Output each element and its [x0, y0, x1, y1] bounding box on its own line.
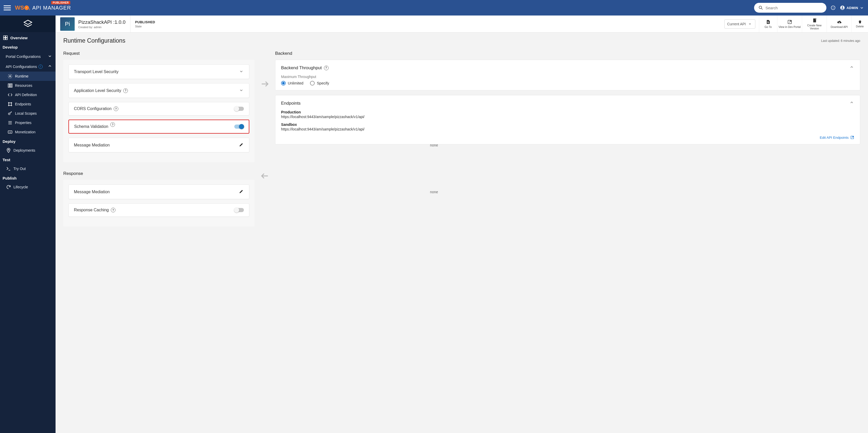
download-api-button[interactable]: Download API — [827, 16, 851, 32]
response-mediation-value: none — [430, 190, 438, 194]
sidebar-item-overview[interactable]: Overview — [0, 33, 56, 42]
list-icon — [7, 120, 13, 125]
svg-rect-10 — [4, 38, 5, 40]
edit-endpoints-link[interactable]: Edit API Endpoints — [281, 135, 854, 140]
edit-mediation-button[interactable] — [239, 142, 244, 148]
request-panel: Transport Level Security Application Lev… — [63, 60, 254, 162]
edit-response-mediation-button[interactable] — [239, 189, 244, 195]
local-scopes-label: Local Scopes — [15, 111, 37, 116]
backend-section-label: Backend — [275, 51, 860, 56]
user-menu[interactable]: ADMIN — [840, 5, 864, 10]
svg-rect-36 — [860, 21, 861, 21]
publisher-badge: PUBLISHER — [51, 1, 70, 4]
open-external-icon — [787, 20, 792, 25]
throughput-unlimited-radio[interactable]: Unlimited — [281, 81, 303, 86]
svg-rect-9 — [6, 36, 7, 38]
sidebar-item-api-configs[interactable]: API Configurations i — [0, 61, 56, 71]
search-input[interactable] — [766, 6, 822, 10]
help-icon[interactable]: ? — [114, 106, 118, 111]
production-label: Production — [281, 110, 854, 114]
pencil-icon — [239, 189, 244, 194]
key-icon — [7, 111, 13, 116]
goto-button[interactable]: Go To — [759, 16, 777, 32]
new-file-icon — [812, 18, 817, 23]
menu-toggle-button[interactable] — [4, 4, 11, 11]
sidebar-item-local-scopes[interactable]: Local Scopes — [0, 109, 56, 118]
delete-api-button[interactable]: Delete — [851, 16, 868, 32]
arrow-right-icon — [260, 79, 270, 89]
flow-arrow-right — [254, 51, 275, 89]
throughput-specify-radio[interactable]: Specify — [310, 81, 329, 86]
flow-arrow-left — [254, 171, 275, 181]
sidebar-item-monetization[interactable]: $ Monetization — [0, 127, 56, 137]
api-avatar: Pi — [60, 17, 75, 31]
global-search[interactable] — [754, 3, 827, 13]
app-logo[interactable]: WS 2 API MANAGER — [15, 4, 71, 11]
transport-security-card[interactable]: Transport Level Security — [68, 64, 249, 79]
api-state-label: State — [135, 25, 716, 28]
endpoints-label: Endpoints — [15, 102, 31, 106]
backend-throughput-card: Backend Throughput ? Maximum Throughput … — [275, 60, 860, 90]
logo-sub: 2 — [29, 8, 30, 10]
sidebar-item-lifecycle[interactable]: Lifecycle — [0, 182, 56, 192]
user-icon — [840, 5, 845, 10]
terminal-icon — [6, 166, 11, 171]
application-security-label: Application Level Security — [74, 88, 121, 93]
sidebar-item-api-definition[interactable]: API Definition — [0, 90, 56, 99]
api-stack-icon[interactable] — [0, 16, 56, 33]
sidebar-item-resources[interactable]: Resources — [0, 81, 56, 90]
arrow-left-icon — [260, 171, 270, 181]
sidebar-item-portal-configs[interactable]: Portal Configurations — [0, 52, 56, 61]
response-panel: Message Mediation none — [63, 180, 254, 226]
current-api-dropdown[interactable]: Current API — [724, 20, 755, 29]
help-icon[interactable]: ? — [324, 66, 329, 70]
create-version-button[interactable]: Create New Version — [802, 16, 827, 32]
trash-icon — [858, 20, 862, 24]
endpoints-card: Endpoints Production https://localhost:9… — [275, 95, 860, 145]
collapse-button[interactable] — [849, 100, 854, 106]
develop-label: Develop — [3, 45, 18, 49]
svg-marker-28 — [749, 24, 751, 25]
portal-configs-label: Portal Configurations — [6, 55, 40, 59]
current-api-label: Current API — [727, 22, 746, 26]
request-section-label: Request — [63, 51, 254, 56]
view-dev-portal-button[interactable]: View in Dev Portal — [777, 16, 802, 32]
chevron-up-icon — [849, 65, 854, 70]
sidebar-item-endpoints[interactable]: Endpoints — [0, 99, 56, 109]
help-icon[interactable]: ? — [111, 208, 116, 212]
collapse-button[interactable] — [849, 65, 854, 71]
sidebar-item-runtime[interactable]: Runtime — [0, 71, 56, 81]
help-button[interactable] — [828, 3, 838, 13]
api-configs-label: API Configurations — [6, 65, 37, 69]
cors-card: CORS Configuration ? — [68, 102, 249, 116]
schema-validation-toggle[interactable] — [234, 125, 244, 129]
tryout-label: Try Out — [13, 167, 26, 171]
api-definition-label: API Definition — [15, 93, 37, 97]
sidebar-section-deploy: Deploy — [0, 137, 56, 146]
response-caching-toggle[interactable] — [235, 208, 244, 212]
pin-icon — [6, 148, 11, 153]
overview-label: Overview — [10, 36, 28, 40]
open-external-icon — [850, 135, 854, 140]
response-caching-card: Response Caching ? — [68, 203, 249, 217]
svg-rect-14 — [9, 84, 10, 87]
properties-label: Properties — [15, 121, 32, 125]
sidebar-item-properties[interactable]: Properties — [0, 118, 56, 127]
sidebar-item-tryout[interactable]: Try Out — [0, 164, 56, 173]
search-file-icon — [766, 20, 771, 25]
request-mediation-value: none — [430, 143, 438, 147]
top-bar: PUBLISHER WS 2 API MANAGER ADMIN — [0, 0, 868, 16]
test-label: Test — [3, 158, 10, 162]
sidebar-item-deployments[interactable]: Deployments — [0, 146, 56, 155]
transport-security-label: Transport Level Security — [74, 69, 119, 74]
chevron-up-icon — [849, 100, 854, 105]
help-icon[interactable]: ? — [110, 122, 115, 127]
endpoints-title: Endpoints — [281, 101, 301, 106]
resources-icon — [7, 83, 13, 88]
schema-validation-card: Schema Validation ? — [68, 120, 249, 133]
help-icon[interactable]: ? — [123, 88, 128, 93]
endpoints-icon — [7, 101, 13, 107]
application-security-card[interactable]: Application Level Security ? — [68, 83, 249, 98]
cors-toggle[interactable] — [235, 107, 244, 111]
backend-throughput-title: Backend Throughput — [281, 65, 322, 70]
